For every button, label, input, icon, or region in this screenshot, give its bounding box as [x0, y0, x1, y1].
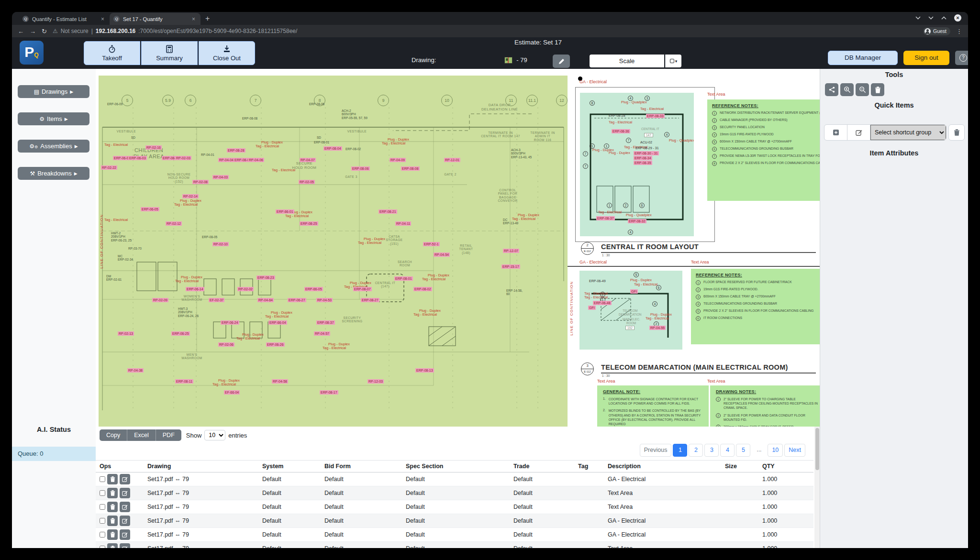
takeoff-label-text-area[interactable]: Text Area [597, 379, 615, 384]
sidebar-item-items[interactable]: ⚙ Items ▶ [18, 112, 89, 125]
edit-shortcut-button[interactable] [847, 125, 870, 140]
takeoff-tag[interactable]: RP-04-07 [300, 158, 316, 162]
takeoff-tag[interactable]: RP-04-53 [316, 298, 333, 302]
browser-tab-set17[interactable]: Q Set 17 - Quantify × [110, 13, 200, 25]
takeoff-annotation[interactable]: Tag - Electrical [212, 383, 236, 387]
sidebar-item-assemblies[interactable]: ⚙⚙ Assemblies ▶ [18, 140, 89, 153]
takeoff-tag[interactable]: ERP-08-08 [401, 166, 420, 171]
telecom-demarcation-plan[interactable]: 5ERP-06-49Plug - DuplexTag - ElectricalG… [579, 271, 682, 350]
delete-shortcut-button[interactable] [948, 124, 965, 141]
row-delete-button[interactable] [107, 474, 118, 484]
takeoff-tag[interactable]: ERP-08-33 [646, 114, 665, 118]
takeoff-tag[interactable]: ERP-08-13 [415, 368, 434, 373]
takeoff-tag[interactable]: RP-02-13 [118, 331, 134, 336]
takeoff-annotation[interactable]: Tag - Electrical [285, 214, 309, 219]
takeoff-annotation[interactable]: Tag - Electrical [512, 217, 535, 221]
takeoff-tag[interactable]: ERP-08-17 [320, 390, 338, 395]
pagination-next[interactable]: Next [784, 444, 805, 457]
row-delete-button[interactable] [107, 502, 118, 512]
shortcut-group-select[interactable]: Select shortcut group [870, 125, 946, 140]
row-checkbox[interactable] [100, 518, 105, 524]
takeoff-tag[interactable]: RP-12-03 [368, 379, 384, 384]
takeoff-tag[interactable]: RP-02-08 [192, 180, 209, 184]
takeoff-tag[interactable]: ERP-08-06 [351, 166, 370, 171]
browser-menu-icon[interactable]: ⋮ [956, 28, 962, 35]
pdf-export-button[interactable]: PDF [156, 429, 181, 441]
row-edit-button[interactable] [120, 474, 130, 484]
takeoff-annotation[interactable]: Tag - Electrical [236, 337, 260, 341]
close-window-icon[interactable]: × [954, 14, 961, 22]
table-scrollbar[interactable] [814, 427, 820, 548]
takeoff-tag[interactable]: RP-04-57 [314, 331, 330, 336]
takeoff-tag[interactable]: ERP-08-37 [316, 320, 335, 325]
zoom-in-button[interactable] [840, 83, 854, 96]
takeoff-tag[interactable]: ERP-08-01 [394, 276, 413, 281]
takeoff-tag[interactable]: ERP-08-02 [413, 287, 432, 291]
excel-export-button[interactable]: Excel [127, 429, 156, 441]
takeoff-annotation[interactable]: Plug - Quadplex [669, 139, 694, 143]
table-row[interactable]: Set17.pdf ⇔ 79DefaultDefaultDefaultDefau… [96, 542, 813, 549]
takeoff-tag[interactable]: ERP-08-35 [634, 161, 652, 165]
takeoff-annotation[interactable]: Plug - Quadplex [626, 213, 652, 218]
summary-button[interactable]: Summary [141, 41, 198, 65]
takeoff-tag[interactable]: RP-12-07 [503, 249, 519, 253]
table-row[interactable]: Set17.pdf ⇔ 79DefaultDefaultDefaultDefau… [96, 486, 813, 500]
takeoff-tag[interactable]: EF-66-04 [224, 390, 240, 395]
takeoff-tag[interactable]: ERP-66-04 [268, 320, 287, 325]
takeoff-tag[interactable]: ERP-08-27 [361, 298, 379, 302]
pagination-ellipsis[interactable]: ... [752, 444, 766, 457]
takeoff-annotation[interactable]: Plug - Duplex [609, 151, 630, 155]
chevron-down-icon[interactable] [915, 16, 921, 20]
row-delete-button[interactable] [107, 516, 118, 526]
column-header-system[interactable]: System [258, 461, 321, 472]
takeoff-annotation[interactable]: Tag - Electrical [413, 313, 437, 317]
row-edit-button[interactable] [120, 488, 130, 498]
takeoff-label-text-area[interactable]: Text Area [691, 260, 709, 264]
pagination-page-2[interactable]: 2 [689, 444, 703, 457]
floor-plan[interactable]: 55.96789101111.112CHILDREN PLAY AREASECU… [99, 76, 568, 427]
pagination-page-3[interactable]: 3 [704, 444, 719, 457]
takeoff-annotation[interactable]: Tag - Electrical [382, 142, 405, 146]
takeoff-tag[interactable]: RP-02-06 [218, 342, 234, 347]
row-edit-button[interactable] [120, 502, 130, 512]
row-delete-button[interactable] [107, 529, 118, 540]
fit-view-button[interactable] [825, 83, 838, 96]
takeoff-tag[interactable]: RP-02-02 [237, 287, 254, 291]
column-header-spec-section[interactable]: Spec Section [402, 461, 510, 472]
takeoff-tag[interactable]: ERP-08-36 [612, 129, 630, 133]
row-edit-button[interactable] [120, 543, 130, 548]
takeoff-label-ga[interactable]: GA - Electrical [579, 260, 607, 264]
sidebar-item-breakdowns[interactable]: ⚒ Breakdowns ▶ [18, 167, 89, 180]
takeoff-tag[interactable]: ERP-15-17 [501, 264, 520, 269]
pagination-page-5[interactable]: 5 [736, 444, 750, 457]
column-header-description[interactable]: Description [604, 461, 721, 472]
scale-dropdown-button[interactable]: ▾ [665, 55, 681, 67]
takeoff-tag[interactable]: RP-04-04 [218, 158, 234, 162]
takeoff-tag[interactable]: RP-02-12 [166, 221, 182, 226]
drawing-canvas[interactable]: 55.96789101111.112CHILDREN PLAY AREASECU… [96, 69, 820, 427]
db-manager-button[interactable]: DB Manager [828, 51, 898, 65]
takeoff-tag[interactable]: RP-02-10 [212, 242, 229, 246]
takeoff-annotation[interactable]: Tag - Electrical [104, 218, 128, 222]
takeoff-tag[interactable]: RP-04-11 [395, 221, 411, 226]
takeoff-tag[interactable]: RP-04-06 [248, 158, 264, 162]
row-delete-button[interactable] [107, 543, 118, 548]
takeoff-tag[interactable]: ERP-08-23 [256, 275, 275, 280]
pagination-page-4[interactable]: 4 [720, 444, 735, 457]
takeoff-tag[interactable]: ERP-08-25 [300, 221, 318, 226]
takeoff-annotation[interactable]: Tag - Electrical [104, 143, 128, 147]
takeoff-annotation[interactable]: Tag - Electrical [640, 107, 664, 111]
takeoff-tag[interactable]: ERP-06-05 [141, 207, 159, 211]
takeoff-tag[interactable]: ERP-08-28 [227, 148, 245, 153]
drawing-thumbnail[interactable] [504, 57, 512, 64]
page-size-select[interactable]: 10 [204, 430, 225, 440]
takeoff-annotation[interactable]: Tag - Electrical [358, 241, 381, 245]
profile-button[interactable]: Guest [923, 27, 950, 35]
takeoff-tag[interactable]: RP-02-16 [145, 145, 162, 150]
takeoff-tag[interactable]: ERP-06-24 [221, 320, 239, 325]
takeoff-tag[interactable]: ERP-08-34 [634, 156, 652, 160]
takeoff-tag[interactable]: ERP-06-14 [186, 287, 204, 291]
takeoff-button[interactable]: Takeoff [84, 41, 140, 65]
row-checkbox[interactable] [100, 546, 105, 548]
takeoff-tag[interactable]: RP-04-03 [212, 175, 229, 179]
